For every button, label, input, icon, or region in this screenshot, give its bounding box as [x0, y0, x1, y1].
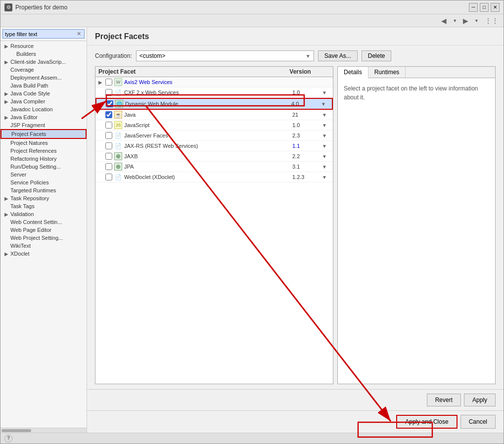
revert-button[interactable]: Revert	[427, 394, 461, 406]
facet-row-dwm[interactable]: 🌐 Dynamic Web Module 4.0 ▼	[95, 98, 333, 110]
sidebar-item-projectrefs[interactable]: Project References	[0, 147, 87, 155]
sidebar: ✕ ▶Resource Builders ▶Client-side JavaSc…	[0, 27, 87, 433]
config-combo[interactable]: <custom> ▼	[136, 50, 314, 61]
facet-row-js[interactable]: JS JavaScript 1.0 ▼	[95, 120, 333, 131]
facet-version-dropdown-jaxrs[interactable]: ▼	[322, 143, 330, 149]
back-dropdown[interactable]: ▼	[451, 17, 459, 24]
sidebar-item-buildpath[interactable]: Java Build Path	[0, 82, 87, 89]
facet-version-dropdown-java[interactable]: ▼	[322, 112, 330, 118]
sidebar-item-wikitext[interactable]: WikiText	[0, 242, 87, 250]
facet-icon-jsf: 📄	[114, 132, 122, 139]
facet-version-dropdown-js[interactable]: ▼	[322, 123, 330, 128]
forward-dropdown[interactable]: ▼	[472, 17, 481, 24]
facet-row-jsf[interactable]: 📄 JavaServer Faces 2.3 ▼	[95, 131, 333, 141]
cancel-button[interactable]: Cancel	[460, 415, 496, 429]
sidebar-item-clientside[interactable]: ▶Client-side JavaScrip...	[0, 58, 87, 66]
facet-version-dropdown-dwm[interactable]: ▼	[321, 101, 329, 107]
facet-checkbox-cxf[interactable]	[105, 89, 112, 96]
apply-close-button[interactable]: Apply and Close	[396, 415, 457, 429]
facet-row-java[interactable]: ☕ Java 21 ▼	[95, 110, 333, 120]
right-panel: Project Facets Configuration: <custom> ▼…	[87, 27, 504, 433]
panel-title: Project Facets	[87, 27, 504, 45]
facet-name-jaxb: JAXB	[124, 153, 292, 159]
details-body: Select a project facet on the left to vi…	[338, 78, 495, 108]
maximize-button[interactable]: □	[480, 3, 489, 12]
sidebar-item-codestyle[interactable]: ▶Java Code Style	[0, 89, 87, 97]
expand-icon: ▶	[98, 80, 105, 85]
facet-checkbox-axis2[interactable]	[105, 79, 112, 86]
sidebar-item-server[interactable]: Server	[0, 171, 87, 178]
facet-checkbox-js[interactable]	[105, 122, 112, 129]
sidebar-item-webprojectsetting[interactable]: Web Project Setting...	[0, 234, 87, 242]
bottom-buttons-row2: Apply and Close Cancel	[87, 410, 504, 433]
facet-row-jaxrs[interactable]: 📄 JAX-RS (REST Web Services) 1.1 ▼	[95, 141, 333, 151]
facet-version-dropdown-webdoclet[interactable]: ▼	[322, 175, 330, 180]
search-clear-button[interactable]: ✕	[76, 31, 82, 37]
facet-checkbox-jsf[interactable]	[105, 132, 112, 139]
tab-runtimes[interactable]: Runtimes	[368, 67, 406, 78]
delete-button[interactable]: Delete	[362, 50, 392, 61]
tab-details[interactable]: Details	[338, 67, 368, 78]
facet-version-dropdown-cxf[interactable]: ▼	[322, 90, 330, 95]
sidebar-item-jspfragment[interactable]: JSP Fragment	[0, 121, 87, 129]
menu-button[interactable]: ⋮⋮	[483, 16, 501, 26]
minimize-button[interactable]: ─	[469, 3, 478, 12]
facet-version-dropdown-jpa[interactable]: ▼	[322, 164, 330, 170]
configuration-row: Configuration: <custom> ▼ Save As... Del…	[95, 50, 496, 61]
sidebar-item-builders[interactable]: Builders	[0, 50, 87, 58]
save-as-button[interactable]: Save As...	[318, 50, 358, 61]
sidebar-item-validation[interactable]: ▶Validation	[0, 210, 87, 218]
help-button[interactable]: ?	[4, 435, 12, 443]
facets-col2-header: Version	[271, 68, 330, 75]
search-input[interactable]	[5, 31, 76, 37]
sidebar-item-compiler[interactable]: ▶Java Compiler	[0, 97, 87, 105]
forward-button[interactable]: ▶	[461, 16, 470, 26]
facet-version-dropdown-jaxb[interactable]: ▼	[322, 154, 330, 159]
sidebar-item-projectfacets[interactable]: Project Facets	[0, 129, 87, 139]
close-button[interactable]: ✕	[491, 3, 500, 12]
facets-table-header: Project Facet Version	[95, 67, 333, 77]
facet-icon-webdoclet: 📄	[114, 173, 122, 181]
sidebar-item-editor[interactable]: ▶Java Editor	[0, 113, 87, 121]
facet-version-jpa: 3.1	[292, 164, 322, 170]
facet-checkbox-dwm[interactable]	[106, 100, 113, 107]
facet-checkbox-jaxb[interactable]	[105, 153, 112, 160]
sidebar-item-tasktags[interactable]: Task Tags	[0, 202, 87, 210]
back-button[interactable]: ◀	[439, 16, 449, 26]
window-icon: ⚙	[4, 3, 12, 11]
facet-name-js: JavaScript	[124, 122, 292, 128]
facet-name-axis2: Axis2 Web Services	[124, 79, 300, 85]
sidebar-item-servicepolicies[interactable]: Service Policies	[0, 178, 87, 186]
config-label: Configuration:	[95, 52, 132, 59]
facet-checkbox-java[interactable]	[105, 111, 112, 118]
sidebar-item-webcontent[interactable]: Web Content Settin...	[0, 218, 87, 226]
sidebar-item-javadoc[interactable]: Javadoc Location	[0, 105, 87, 113]
facet-row-jpa[interactable]: ⊕ JPA 3.1 ▼	[95, 162, 333, 172]
facet-checkbox-webdoclet[interactable]	[105, 174, 112, 180]
sidebar-item-rundbg[interactable]: Run/Debug Setting...	[0, 163, 87, 171]
sidebar-item-taskrepo[interactable]: ▶Task Repository	[0, 194, 87, 202]
sidebar-item-resource[interactable]: ▶Resource	[0, 42, 87, 50]
facet-name-java: Java	[124, 112, 292, 118]
sidebar-item-refactoring[interactable]: Refactoring History	[0, 155, 87, 163]
facet-row-axis2[interactable]: ▶ W Axis2 Web Services	[95, 77, 333, 88]
sidebar-item-webpageeditor[interactable]: Web Page Editor	[0, 226, 87, 234]
facet-name-jaxrs: JAX-RS (REST Web Services)	[124, 143, 292, 149]
facet-row-jaxb[interactable]: ⊕ JAXB 2.2 ▼	[95, 151, 333, 162]
facet-checkbox-jaxrs[interactable]	[105, 142, 112, 149]
facet-version-js: 1.0	[292, 122, 322, 128]
apply-button[interactable]: Apply	[464, 394, 496, 406]
sidebar-item-coverage[interactable]: Coverage	[0, 66, 87, 74]
sidebar-item-xdoclet[interactable]: ▶XDoclet	[0, 250, 87, 258]
facet-icon-cxf: 📄	[114, 89, 122, 96]
facet-row-webdoclet[interactable]: 📄 WebDoclet (XDoclet) 1.2.3 ▼	[95, 172, 333, 182]
sidebar-item-targetedruntimes[interactable]: Targeted Runtimes	[0, 186, 87, 194]
facet-row-cxf[interactable]: 📄 CXF 2.x Web Services 1.0 ▼	[95, 88, 333, 98]
sidebar-item-projectnatures[interactable]: Project Natures	[0, 139, 87, 147]
sidebar-item-deployment[interactable]: Deployment Assem...	[0, 74, 87, 82]
sidebar-scrollbar[interactable]	[0, 428, 87, 433]
facet-version-dropdown-jsf[interactable]: ▼	[322, 133, 330, 138]
facet-icon-dwm: 🌐	[115, 100, 123, 108]
facet-checkbox-jpa[interactable]	[105, 163, 112, 170]
config-value: <custom>	[139, 52, 166, 59]
